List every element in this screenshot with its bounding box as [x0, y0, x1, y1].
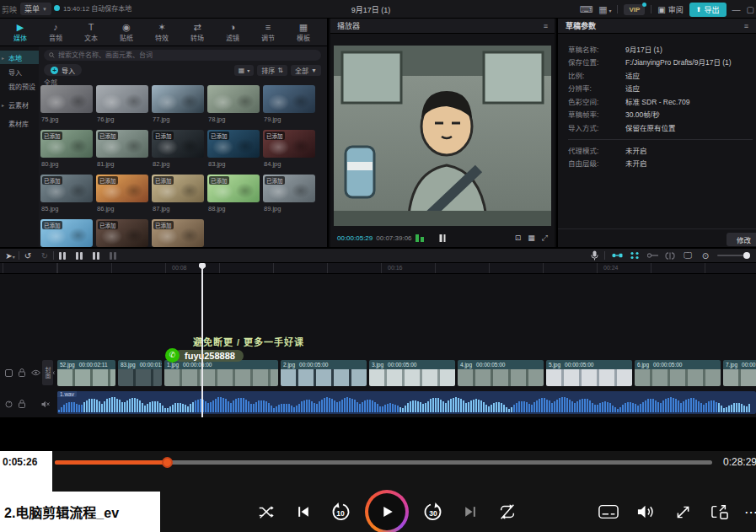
select-tool-button[interactable]: ➤▾ — [2, 251, 19, 261]
media-item[interactable]: 78.jpg — [207, 85, 260, 127]
resource-tab[interactable]: T 文本 — [74, 23, 108, 42]
media-item[interactable]: 已添加 81.jpg — [96, 130, 148, 172]
player-menu-icon[interactable]: ≡ — [544, 22, 548, 30]
cover-button[interactable]: 封面 — [42, 360, 53, 385]
lock-icon[interactable] — [19, 400, 25, 408]
quality-icon[interactable]: ▦ — [528, 234, 535, 242]
shortcut-keyboard-icon[interactable]: ⌨ — [579, 5, 592, 14]
timeline-playhead[interactable] — [201, 263, 203, 417]
timeline-ruler[interactable]: 00:0800:1600:24 — [0, 263, 756, 274]
review-button[interactable]: ▣ 审阅 — [657, 4, 683, 15]
magnet-toggle-icon[interactable] — [611, 251, 623, 260]
split-right-button[interactable] — [93, 252, 99, 260]
resource-tab[interactable]: ♪ 音频 — [39, 23, 72, 42]
volume-button[interactable] — [627, 503, 664, 520]
panel-menu-icon[interactable]: ≡ — [744, 22, 748, 30]
view-mode-button[interactable]: ▦ ▾ — [234, 65, 255, 76]
lock-icon[interactable] — [19, 368, 25, 377]
repeat-off-button[interactable] — [489, 502, 526, 521]
media-item[interactable]: 79.jpg — [263, 85, 315, 127]
media-item[interactable]: 已添加 80.jpg — [40, 130, 93, 172]
pause-button[interactable] — [440, 234, 446, 242]
video-clip[interactable]: 2.jpg 00:00:05:00 — [281, 360, 367, 386]
split-button[interactable] — [59, 252, 66, 260]
record-mic-icon[interactable] — [591, 250, 598, 261]
player-video-frame[interactable] — [334, 46, 551, 226]
resource-tab[interactable]: ⇄ 转场 — [180, 23, 214, 42]
filter-button[interactable]: 全部 ▼ — [291, 65, 321, 76]
video-clip[interactable]: 52.jpg 00:00:02:11 — [57, 360, 115, 386]
resource-tab[interactable]: ▶ 媒体 — [3, 23, 37, 42]
video-clip[interactable]: 4.jpg 00:00:05:00 — [458, 360, 544, 386]
next-button[interactable] — [452, 503, 489, 520]
media-item[interactable]: 已添加 86.jpg — [96, 175, 148, 217]
pip-button[interactable] — [701, 503, 738, 520]
media-item[interactable]: 已添加 83.jpg — [207, 130, 260, 172]
minimize-button[interactable]: — — [732, 5, 741, 14]
search-box[interactable] — [44, 50, 321, 61]
track-thumbnail-icon[interactable] — [5, 369, 13, 377]
resource-tab[interactable]: ◉ 贴纸 — [110, 23, 143, 42]
maximize-button[interactable]: ▢ — [747, 5, 754, 14]
sidebar-item[interactable]: 我的预设 — [0, 79, 39, 93]
forward-30-button[interactable]: 30 — [415, 502, 452, 522]
media-item[interactable]: 已添加 82.jpg — [152, 130, 204, 172]
sidebar-item[interactable]: 本地 — [0, 51, 39, 64]
seek-bar[interactable] — [55, 460, 712, 465]
resource-tab[interactable]: ✶ 特效 — [145, 23, 179, 42]
seek-bar-knob[interactable] — [162, 457, 173, 468]
sidebar-item[interactable]: 导入 — [0, 65, 39, 78]
resource-tab[interactable]: ≡ 调节 — [251, 23, 285, 42]
import-button[interactable]: + 导入 — [44, 64, 82, 76]
media-item[interactable]: 已添加 89.jpg — [263, 175, 315, 217]
preview-axis-toggle-icon[interactable] — [646, 251, 658, 260]
fit-scale-icon[interactable]: ⊡ — [515, 234, 522, 242]
resource-tab[interactable]: ◑ 滤镜 — [216, 23, 249, 42]
media-item[interactable]: 76.jpg — [96, 85, 148, 127]
undo-button[interactable]: ↺ — [19, 251, 36, 261]
video-clip[interactable]: 7.jpg 00:00:05:00 — [723, 360, 756, 386]
hide-eye-icon[interactable] — [31, 369, 40, 376]
fullscreen-icon[interactable]: ⤢ — [542, 234, 548, 243]
zoom-slider-knob[interactable] — [743, 252, 750, 259]
search-input[interactable] — [58, 51, 316, 59]
loop-icon[interactable] — [5, 400, 13, 408]
split-left-button[interactable] — [76, 252, 83, 260]
delete-button[interactable] — [110, 252, 116, 260]
rewind-10-button[interactable]: 10 — [322, 502, 359, 522]
menu-button[interactable]: 菜单 ▼ — [20, 3, 51, 15]
expand-button[interactable] — [664, 503, 701, 521]
timeline-zoom-slider[interactable] — [717, 255, 749, 256]
video-clip[interactable]: 1.jpg 00:00:05:00 — [164, 360, 278, 386]
track-snap-toggle-icon[interactable] — [664, 251, 676, 260]
media-item[interactable]: 已添加 87.jpg — [152, 175, 204, 217]
export-button[interactable]: ⬆ 导出 — [689, 3, 727, 17]
media-item[interactable]: 已添加 85.jpg — [40, 175, 93, 217]
vip-badge[interactable]: VIP — [624, 4, 645, 15]
mute-speaker-icon[interactable] — [41, 400, 50, 408]
redo-button[interactable]: ↻ — [36, 251, 53, 261]
shuffle-off-button[interactable] — [248, 502, 285, 521]
cover-view-icon[interactable]: 🖵 — [682, 250, 694, 261]
video-clip[interactable]: 83.jpg 00:00:01:25 — [118, 360, 162, 386]
audio-clip[interactable]: 1.wav — [57, 391, 756, 414]
resource-tab[interactable]: ▦ 模板 — [287, 23, 320, 42]
media-item[interactable]: 已添加 88.jpg — [207, 175, 260, 217]
media-item[interactable]: 77.jpg — [152, 85, 204, 127]
video-clip[interactable]: 6.jpg 00:00:05:00 — [635, 360, 721, 386]
sidebar-item[interactable]: 云素材 — [0, 98, 39, 111]
play-button[interactable] — [359, 490, 415, 532]
sort-button[interactable]: 排序 ⇅ — [257, 65, 287, 76]
modify-button[interactable]: 修改 — [727, 233, 756, 246]
link-toggle-icon[interactable] — [629, 251, 641, 260]
video-clip[interactable]: 5.jpg 00:00:05:00 — [546, 360, 632, 386]
more-button[interactable]: ⋯ — [738, 504, 756, 520]
subtitle-button[interactable] — [590, 503, 627, 520]
previous-button[interactable] — [285, 503, 322, 520]
video-clip[interactable]: 3.jpg 00:00:05:00 — [369, 360, 455, 386]
locate-playhead-icon[interactable]: ⊙ — [700, 251, 711, 261]
sidebar-item[interactable]: 素材库 — [0, 116, 39, 130]
media-item[interactable]: 75.jpg — [40, 85, 93, 127]
layout-icon[interactable]: ▦ ▾ — [598, 5, 611, 14]
media-item[interactable]: 已添加 84.jpg — [263, 130, 315, 172]
